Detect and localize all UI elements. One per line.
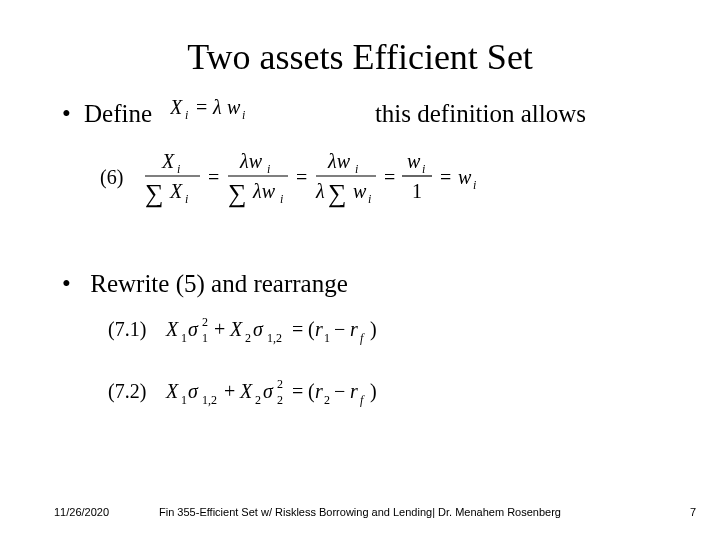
svg-text:i: i <box>177 162 180 176</box>
svg-text:2: 2 <box>245 331 251 345</box>
svg-text:2: 2 <box>277 393 283 407</box>
define-equation: X i = λ w i <box>170 96 265 128</box>
svg-text:i: i <box>185 192 188 206</box>
bullet-rewrite: • Rewrite (5) and rearrange <box>54 270 666 298</box>
svg-text:(: ( <box>308 380 315 403</box>
svg-text:(: ( <box>308 318 315 341</box>
svg-text:1: 1 <box>324 331 330 345</box>
svg-text:+: + <box>214 318 225 340</box>
svg-text:i: i <box>473 178 476 192</box>
footer-center: Fin 355-Efficient Set w/ Riskless Borrow… <box>0 506 720 518</box>
svg-text:X: X <box>170 96 183 118</box>
rewrite-text: Rewrite (5) and rearrange <box>90 270 348 297</box>
svg-text:i: i <box>368 192 371 206</box>
svg-text:=: = <box>384 166 395 188</box>
svg-text:−: − <box>334 318 345 340</box>
svg-text:1: 1 <box>412 180 422 202</box>
svg-text:=: = <box>440 166 451 188</box>
svg-text:λ: λ <box>315 180 325 202</box>
svg-text:2: 2 <box>277 377 283 391</box>
svg-text:X: X <box>169 180 183 202</box>
svg-text:i: i <box>242 108 245 122</box>
svg-text:w: w <box>458 166 472 188</box>
svg-text:X: X <box>165 318 179 340</box>
eq-72-label: (7.2) <box>108 380 146 403</box>
svg-text:w: w <box>353 180 367 202</box>
eq-6-label: (6) <box>100 166 123 189</box>
svg-text:X: X <box>161 150 175 172</box>
svg-text:λw: λw <box>327 150 351 172</box>
svg-text:2: 2 <box>324 393 330 407</box>
equation-6: (6) X i ∑ X i = λw i ∑ λw i = λw i <box>100 146 666 216</box>
svg-text:1: 1 <box>202 331 208 345</box>
svg-text:): ) <box>370 380 377 403</box>
svg-text:σ: σ <box>263 380 274 402</box>
svg-text:w: w <box>227 96 241 118</box>
eq-71-label: (7.1) <box>108 318 146 341</box>
bullet-define: • Define X i = λ w i this definition all… <box>54 96 666 128</box>
svg-text:f: f <box>360 331 365 345</box>
svg-text:2: 2 <box>255 393 261 407</box>
svg-text:−: − <box>334 380 345 402</box>
svg-text:1,2: 1,2 <box>202 393 217 407</box>
bullet-dot: • <box>62 270 84 298</box>
equation-7-1: (7.1) X 1 σ 1 2 + X 2 σ 1,2 = ( r 1 − r … <box>108 312 666 350</box>
svg-text:1: 1 <box>181 331 187 345</box>
svg-text:r: r <box>350 318 358 340</box>
svg-text:∑: ∑ <box>228 179 247 208</box>
equation-7-2: (7.2) X 1 σ 1,2 + X 2 σ 2 2 = ( r 2 − r … <box>108 374 666 412</box>
svg-text:∑: ∑ <box>145 179 164 208</box>
define-text: Define <box>84 100 152 128</box>
svg-text:X: X <box>165 380 179 402</box>
svg-text:i: i <box>355 162 358 176</box>
svg-text:σ: σ <box>188 318 199 340</box>
svg-text:X: X <box>229 318 243 340</box>
svg-text:r: r <box>315 380 323 402</box>
slide-title: Two assets Efficient Set <box>54 36 666 78</box>
svg-text:∑: ∑ <box>328 179 347 208</box>
svg-text:2: 2 <box>202 315 208 329</box>
svg-text:=: = <box>208 166 219 188</box>
svg-text:i: i <box>267 162 270 176</box>
svg-text:i: i <box>422 162 425 176</box>
bullet-dot: • <box>62 100 84 128</box>
svg-text:λw: λw <box>252 180 276 202</box>
slide: Two assets Efficient Set • Define X i = … <box>0 0 720 540</box>
svg-text:σ: σ <box>188 380 199 402</box>
svg-text:X: X <box>239 380 253 402</box>
svg-text:i: i <box>185 108 188 122</box>
svg-text:w: w <box>407 150 421 172</box>
svg-text:i: i <box>280 192 283 206</box>
svg-text:): ) <box>370 318 377 341</box>
svg-text:r: r <box>315 318 323 340</box>
svg-text:f: f <box>360 393 365 407</box>
svg-text:=: = <box>196 96 207 118</box>
allows-text: this definition allows <box>375 100 666 128</box>
svg-text:r: r <box>350 380 358 402</box>
svg-text:1: 1 <box>181 393 187 407</box>
svg-text:=: = <box>292 318 303 340</box>
svg-text:σ: σ <box>253 318 264 340</box>
svg-text:=: = <box>292 380 303 402</box>
footer-page-number: 7 <box>690 506 696 518</box>
svg-text:=: = <box>296 166 307 188</box>
svg-text:λ: λ <box>212 96 222 118</box>
svg-text:1,2: 1,2 <box>267 331 282 345</box>
svg-text:λw: λw <box>239 150 263 172</box>
svg-text:+: + <box>224 380 235 402</box>
